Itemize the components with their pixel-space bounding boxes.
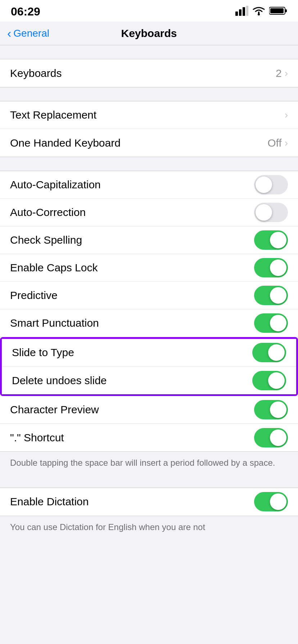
auto-correction-label: Auto-Correction: [10, 206, 86, 218]
back-chevron-icon: ‹: [7, 27, 11, 39]
period-shortcut-thumb: [270, 429, 286, 446]
check-spelling-toggle[interactable]: [254, 230, 288, 250]
smart-punctuation-row: Smart Punctuation: [0, 309, 298, 337]
one-handed-keyboard-row[interactable]: One Handed Keyboard Off ›: [0, 129, 298, 157]
wifi-icon: [252, 6, 266, 17]
check-spelling-thumb: [270, 232, 286, 248]
text-replacement-label: Text Replacement: [10, 109, 96, 121]
enable-dictation-toggle[interactable]: [254, 492, 288, 511]
keyboards-section: Keyboards 2 ›: [0, 59, 298, 87]
smart-punctuation-toggle[interactable]: [254, 313, 288, 333]
slide-to-type-row: Slide to Type: [2, 339, 296, 367]
svg-rect-2: [243, 7, 245, 16]
highlighted-section: Slide to Type Delete undoes slide: [0, 337, 298, 396]
predictive-label: Predictive: [10, 289, 58, 302]
enable-caps-lock-label: Enable Caps Lock: [10, 262, 98, 274]
dictation-section: Enable Dictation: [0, 488, 298, 516]
svg-rect-0: [235, 12, 238, 16]
delete-undoes-slide-label: Delete undoes slide: [12, 374, 107, 387]
svg-point-4: [258, 13, 260, 15]
status-time: 06:29: [11, 5, 40, 18]
battery-icon: [269, 6, 287, 17]
check-spelling-row: Check Spelling: [0, 226, 298, 254]
auto-correction-thumb: [256, 204, 272, 221]
period-shortcut-row: "." Shortcut: [0, 424, 298, 451]
smart-punctuation-label: Smart Punctuation: [10, 317, 99, 329]
character-preview-row: Character Preview: [0, 396, 298, 424]
keyboards-value-group: 2 ›: [276, 67, 288, 79]
enable-dictation-thumb: [270, 493, 286, 510]
one-handed-keyboard-value: Off: [267, 137, 281, 149]
auto-capitalization-thumb: [256, 176, 272, 193]
keyboards-chevron-icon: ›: [285, 68, 288, 79]
predictive-toggle[interactable]: [254, 286, 288, 305]
keyboards-label: Keyboards: [10, 67, 62, 79]
enable-dictation-row: Enable Dictation: [0, 488, 298, 516]
auto-correction-row: Auto-Correction: [0, 199, 298, 226]
auto-correction-toggle[interactable]: [254, 203, 288, 222]
enable-dictation-label: Enable Dictation: [10, 496, 89, 508]
keyboards-row[interactable]: Keyboards 2 ›: [0, 59, 298, 87]
slide-to-type-label: Slide to Type: [12, 346, 74, 359]
one-handed-keyboard-right: Off ›: [267, 137, 288, 149]
smart-punctuation-thumb: [270, 315, 286, 331]
period-shortcut-label: "." Shortcut: [10, 432, 64, 444]
section-gap-2: [0, 87, 298, 101]
character-preview-toggle[interactable]: [254, 400, 288, 419]
delete-undoes-slide-row: Delete undoes slide: [2, 367, 296, 394]
enable-caps-lock-row: Enable Caps Lock: [0, 254, 298, 282]
one-handed-keyboard-chevron-icon: ›: [285, 137, 288, 149]
dictation-footer-note: You can use Dictation for English when y…: [0, 516, 298, 538]
signal-icon: [235, 6, 248, 17]
character-preview-label: Character Preview: [10, 404, 99, 416]
svg-rect-7: [270, 8, 284, 13]
section-gap-1: [0, 45, 298, 59]
slide-to-type-thumb: [268, 344, 285, 361]
status-icons: [235, 6, 287, 17]
svg-rect-3: [246, 6, 248, 16]
section-gap-4: [0, 474, 298, 488]
period-shortcut-note: Double tapping the space bar will insert…: [0, 452, 298, 474]
check-spelling-label: Check Spelling: [10, 234, 82, 246]
character-preview-thumb: [270, 401, 286, 418]
section-gap-3: [0, 157, 298, 171]
svg-rect-6: [285, 9, 287, 12]
toggle-section: Auto-Capitalization Auto-Correction Chec…: [0, 171, 298, 452]
text-options-section: Text Replacement › One Handed Keyboard O…: [0, 101, 298, 157]
status-bar: 06:29: [0, 0, 298, 22]
delete-undoes-slide-toggle[interactable]: [252, 371, 286, 390]
enable-caps-lock-toggle[interactable]: [254, 258, 288, 277]
auto-capitalization-toggle[interactable]: [254, 175, 288, 194]
back-button[interactable]: ‹ General: [7, 28, 49, 39]
text-replacement-chevron-icon: ›: [285, 109, 288, 121]
nav-title: Keyboards: [121, 27, 177, 40]
one-handed-keyboard-label: One Handed Keyboard: [10, 137, 121, 149]
back-label: General: [13, 28, 49, 39]
slide-to-type-toggle[interactable]: [252, 343, 286, 362]
keyboards-value: 2: [276, 67, 282, 79]
auto-capitalization-row: Auto-Capitalization: [0, 171, 298, 199]
svg-rect-1: [239, 9, 241, 16]
delete-undoes-slide-thumb: [268, 372, 285, 389]
text-replacement-right: ›: [285, 109, 288, 121]
enable-caps-lock-thumb: [270, 259, 286, 276]
nav-bar: ‹ General Keyboards: [0, 22, 298, 45]
auto-capitalization-label: Auto-Capitalization: [10, 179, 101, 191]
predictive-row: Predictive: [0, 282, 298, 309]
predictive-thumb: [270, 287, 286, 304]
text-replacement-row[interactable]: Text Replacement ›: [0, 101, 298, 129]
period-shortcut-toggle[interactable]: [254, 428, 288, 447]
